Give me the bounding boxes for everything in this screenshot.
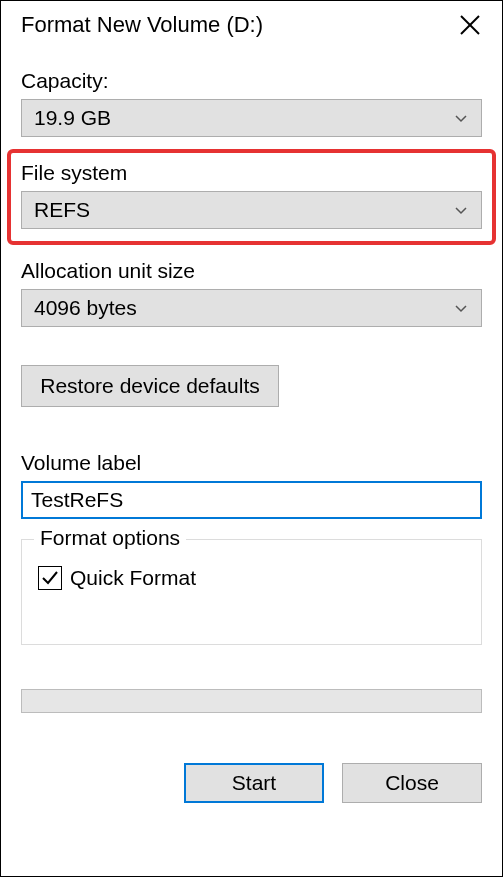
restore-defaults-label: Restore device defaults [40,374,259,398]
allocation-label: Allocation unit size [21,259,482,283]
volume-label-field: Volume label [21,451,482,519]
allocation-field: Allocation unit size 4096 bytes [21,259,482,327]
close-button[interactable] [454,9,486,41]
chevron-down-icon [453,202,469,218]
restore-defaults-button[interactable]: Restore device defaults [21,365,279,407]
start-button-label: Start [232,771,276,795]
filesystem-label: File system [21,161,482,185]
progress-bar [21,689,482,713]
filesystem-highlight: File system REFS [7,149,496,245]
button-row: Start Close [21,763,482,803]
allocation-value: 4096 bytes [34,296,137,320]
chevron-down-icon [453,300,469,316]
close-button-label: Close [385,771,439,795]
capacity-field: Capacity: 19.9 GB [21,69,482,137]
chevron-down-icon [453,110,469,126]
titlebar: Format New Volume (D:) [1,1,502,53]
capacity-dropdown[interactable]: 19.9 GB [21,99,482,137]
allocation-dropdown[interactable]: 4096 bytes [21,289,482,327]
volume-label-input[interactable] [21,481,482,519]
capacity-label: Capacity: [21,69,482,93]
close-dialog-button[interactable]: Close [342,763,482,803]
dialog-content: Capacity: 19.9 GB File system REFS Alloc… [1,53,502,876]
quick-format-row: Quick Format [38,566,465,590]
quick-format-checkbox[interactable] [38,566,62,590]
format-options-title: Format options [34,526,186,550]
window-title: Format New Volume (D:) [21,12,263,38]
start-button[interactable]: Start [184,763,324,803]
volume-label-label: Volume label [21,451,482,475]
checkmark-icon [41,569,59,587]
close-icon [458,13,482,37]
capacity-value: 19.9 GB [34,106,111,130]
filesystem-value: REFS [34,198,90,222]
quick-format-label: Quick Format [70,566,196,590]
filesystem-dropdown[interactable]: REFS [21,191,482,229]
format-options-group: Format options Quick Format [21,539,482,645]
